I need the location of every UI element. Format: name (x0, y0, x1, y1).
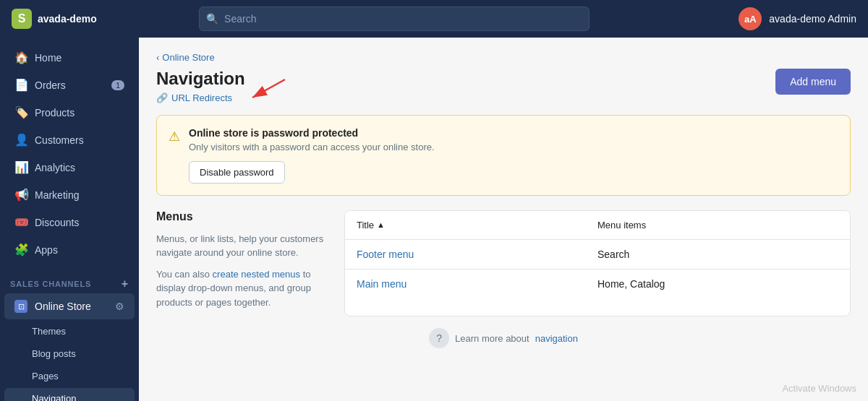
sidebar-item-marketing[interactable]: 📢 Marketing (4, 181, 135, 208)
search-input[interactable] (199, 7, 590, 31)
sidebar: 🏠 Home 📄 Orders 1 🏷️ Products 👤 Customer… (0, 38, 139, 401)
svg-line-0 (252, 79, 285, 98)
store-name: avada-demo (38, 13, 97, 25)
breadcrumb[interactable]: ‹ Online Store (156, 52, 851, 63)
shopify-icon: S (12, 9, 32, 29)
sidebar-item-apps[interactable]: 🧩 Apps (4, 236, 135, 263)
sidebar-item-label: Customers (35, 134, 84, 146)
link-icon: 🔗 (156, 92, 168, 103)
table-cell-title: Main menu (357, 278, 597, 290)
sales-channels-label: SALES CHANNELS + (0, 270, 139, 293)
url-redirects-link[interactable]: 🔗 URL Redirects (156, 92, 245, 103)
add-menu-button[interactable]: Add menu (775, 69, 851, 95)
apps-icon: 🧩 (14, 243, 27, 256)
sidebar-item-online-store[interactable]: ⊡ Online Store ⚙ (4, 293, 135, 319)
table-col-menu-items: Menu items (597, 220, 838, 230)
navigation-learn-more-link[interactable]: navigation (535, 333, 578, 344)
sidebar-sub-themes[interactable]: Themes (4, 321, 135, 342)
search-bar: 🔍 (199, 7, 590, 31)
sidebar-item-label: Marketing (35, 189, 79, 201)
menus-section: Menus Menus, or link lists, help your cu… (156, 210, 851, 317)
top-nav-right: aA avada-demo Admin (739, 7, 856, 30)
warning-content: Online store is password protected Only … (189, 127, 838, 184)
marketing-icon: 📢 (14, 188, 27, 202)
sidebar-item-products[interactable]: 🏷️ Products (4, 99, 135, 126)
annotation-arrow (245, 76, 289, 105)
customers-icon: 👤 (14, 133, 27, 147)
sidebar-sub-navigation[interactable]: Navigation (4, 388, 135, 401)
page-header: Navigation 🔗 URL Redirects Add menu (156, 69, 851, 103)
table-row[interactable]: Footer menu Search (345, 240, 850, 270)
sidebar-item-customers[interactable]: 👤 Customers (4, 126, 135, 153)
online-store-label: Online Store (35, 301, 91, 312)
table-row[interactable]: Main menu Home, Catalog (345, 270, 850, 298)
discounts-icon: 🎟️ (14, 215, 27, 229)
search-icon: 🔍 (206, 13, 218, 25)
table-cell-items: Home, Catalog (597, 278, 838, 290)
main-menu-link[interactable]: Main menu (357, 278, 407, 290)
breadcrumb-label: Online Store (162, 52, 214, 63)
menus-title: Menus (156, 210, 330, 223)
page-title: Navigation (156, 69, 245, 90)
sidebar-item-orders[interactable]: 📄 Orders 1 (4, 72, 135, 98)
warning-title: Online store is password protected (189, 127, 838, 139)
menus-info: Menus Menus, or link lists, help your cu… (156, 210, 330, 317)
table-header: Title ▲ Menu items (345, 211, 850, 240)
sidebar-item-label: Orders (35, 79, 66, 91)
top-navigation: S avada-demo 🔍 aA avada-demo Admin (0, 0, 868, 38)
footer-menu-link[interactable]: Footer menu (357, 249, 414, 260)
sidebar-item-label: Home (35, 52, 61, 64)
admin-name: avada-demo Admin (769, 13, 856, 25)
sidebar-item-home[interactable]: 🏠 Home (4, 44, 135, 71)
sidebar-item-label: Discounts (35, 217, 79, 228)
menus-description2: You can also create nested menus to disp… (156, 267, 330, 310)
sidebar-item-discounts[interactable]: 🎟️ Discounts (4, 209, 135, 236)
table-col-title[interactable]: Title ▲ (357, 220, 597, 230)
password-warning-banner: ⚠ Online store is password protected Onl… (156, 115, 851, 196)
orders-badge: 1 (111, 80, 124, 90)
create-nested-menus-link[interactable]: create nested menus (213, 269, 300, 280)
sidebar-item-label: Apps (35, 244, 58, 256)
page-title-area: Navigation 🔗 URL Redirects (156, 69, 245, 103)
sidebar-item-label: Products (35, 107, 75, 118)
help-circle-icon: ? (429, 328, 449, 348)
url-redirects-label: URL Redirects (171, 92, 232, 103)
sidebar-sub-blog-posts[interactable]: Blog posts (4, 343, 135, 364)
disable-password-button[interactable]: Disable password (189, 161, 285, 184)
activate-windows-text: Activate Windows (782, 383, 856, 394)
table-cell-title: Footer menu (357, 249, 597, 260)
warning-text: Only visitors with a password can access… (189, 142, 838, 152)
learn-more-text: Learn more about (455, 333, 529, 344)
menus-table: Title ▲ Menu items Footer menu Search Ma… (344, 210, 851, 317)
table-cell-items: Search (597, 249, 838, 260)
products-icon: 🏷️ (14, 105, 27, 119)
store-logo[interactable]: S avada-demo (12, 9, 120, 29)
main-layout: 🏠 Home 📄 Orders 1 🏷️ Products 👤 Customer… (0, 38, 868, 401)
online-store-icon: ⊡ (14, 300, 27, 313)
sidebar-sub-pages[interactable]: Pages (4, 366, 135, 387)
learn-more-section: ? Learn more about navigation (156, 328, 851, 348)
menus-description1: Menus, or link lists, help your customer… (156, 232, 330, 260)
orders-icon: 📄 (14, 78, 27, 92)
sidebar-item-analytics[interactable]: 📊 Analytics (4, 154, 135, 181)
sidebar-item-label: Analytics (35, 162, 75, 173)
breadcrumb-arrow-icon: ‹ (156, 52, 159, 63)
main-content: ‹ Online Store Navigation 🔗 URL Redirect… (139, 38, 868, 401)
add-sales-channel-button[interactable]: + (122, 278, 129, 290)
avatar[interactable]: aA (739, 7, 762, 30)
home-icon: 🏠 (14, 51, 27, 64)
sort-arrow-icon: ▲ (377, 220, 385, 229)
warning-icon: ⚠ (169, 129, 180, 184)
analytics-icon: 📊 (14, 160, 27, 174)
settings-gear-icon[interactable]: ⚙ (115, 301, 124, 312)
